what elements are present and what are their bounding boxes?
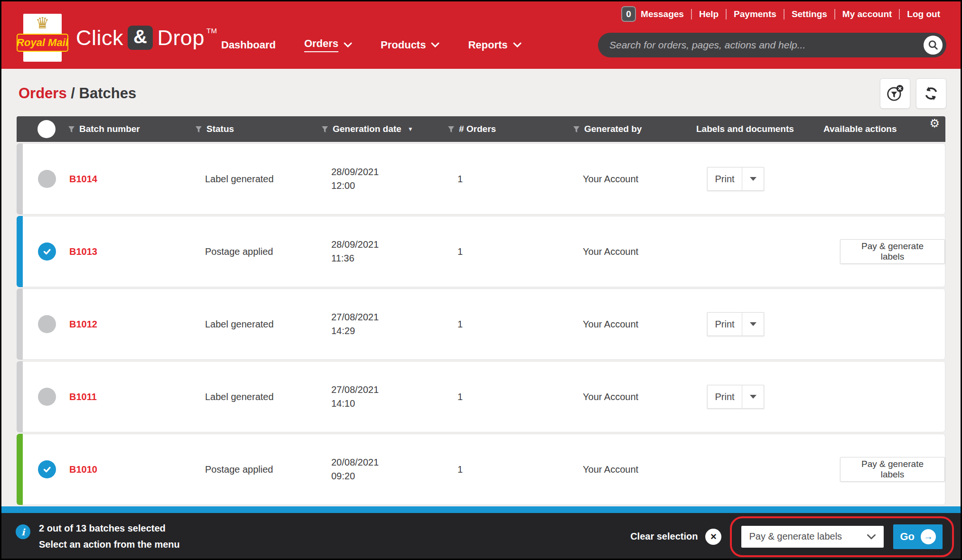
- caret-down-icon: [750, 177, 757, 181]
- brand-logo[interactable]: ♛ Royal Mail Click & Drop TM: [19, 14, 217, 62]
- sort-desc-icon[interactable]: ▼: [408, 126, 413, 132]
- check-icon: [42, 246, 52, 257]
- generated-by: Your Account: [573, 392, 697, 402]
- selection-actions: Clear selection × Pay & generate labels …: [630, 516, 954, 557]
- breadcrumb-separator: /: [67, 85, 79, 102]
- filter-clear-icon: [886, 84, 904, 103]
- clear-selection-icon[interactable]: ×: [705, 529, 721, 545]
- batch-number-link[interactable]: B1010: [68, 464, 196, 475]
- annotation-highlight-outline: Pay & generate labels Go →: [730, 516, 954, 557]
- batch-status: Postage applied: [196, 246, 322, 257]
- row-checkbox-checked[interactable]: [38, 460, 56, 478]
- page-title: Batches: [79, 85, 137, 102]
- print-button[interactable]: Print: [707, 312, 742, 336]
- row-checkbox-unchecked[interactable]: [38, 388, 56, 406]
- print-split-button: Print: [707, 167, 764, 191]
- row-accent-bar: [17, 434, 23, 505]
- click-and-drop-wordmark: Click & Drop TM: [76, 26, 217, 50]
- filter-icon[interactable]: [321, 126, 328, 133]
- utility-help[interactable]: Help: [692, 8, 726, 20]
- selection-bar-accent: [1, 506, 961, 513]
- chevron-down-icon: [513, 42, 522, 47]
- action-select[interactable]: Pay & generate labels: [741, 526, 884, 548]
- print-dropdown-button[interactable]: [742, 167, 764, 191]
- generated-by: Your Account: [573, 319, 697, 330]
- row-checkbox-unchecked[interactable]: [38, 170, 56, 188]
- filter-icon[interactable]: [68, 126, 75, 133]
- messages-count-badge[interactable]: 0: [621, 6, 636, 22]
- column-orders: # Orders: [448, 124, 573, 134]
- print-dropdown-button[interactable]: [742, 312, 764, 336]
- row-accent-bar: [17, 361, 23, 432]
- batch-number-link[interactable]: B1014: [68, 174, 196, 185]
- nav-products[interactable]: Products: [381, 37, 439, 52]
- clear-filters-button[interactable]: [880, 78, 910, 109]
- generated-by: Your Account: [573, 246, 697, 257]
- filter-icon[interactable]: [573, 126, 580, 133]
- labels-cell: Print: [697, 312, 824, 336]
- arrow-right-icon: →: [921, 529, 936, 544]
- select-all-checkbox[interactable]: [37, 120, 56, 138]
- go-button[interactable]: Go →: [893, 524, 943, 549]
- nav-dashboard[interactable]: Dashboard: [221, 37, 276, 52]
- utility-log-out[interactable]: Log out: [900, 8, 947, 20]
- batch-status: Label generated: [196, 319, 322, 330]
- utility-settings[interactable]: Settings: [785, 8, 834, 20]
- orders-count: 1: [448, 246, 573, 257]
- batch-number-link[interactable]: B1013: [68, 246, 196, 257]
- utility-messages[interactable]: Messages: [641, 8, 691, 20]
- orders-count: 1: [448, 392, 573, 402]
- global-search: [598, 33, 946, 57]
- actions-cell: Pay & generate labels: [824, 457, 945, 482]
- pay-generate-labels-button[interactable]: Pay & generate labels: [840, 239, 945, 264]
- nav-orders[interactable]: Orders: [304, 37, 352, 52]
- utility-my-account[interactable]: My account: [835, 8, 899, 20]
- batch-status: Postage applied: [196, 464, 322, 475]
- print-split-button: Print: [707, 385, 764, 409]
- row-accent-bar: [17, 143, 23, 215]
- orders-count: 1: [448, 174, 573, 185]
- search-input[interactable]: [609, 39, 924, 51]
- orders-count: 1: [448, 464, 573, 475]
- orders-count: 1: [448, 319, 573, 330]
- wordmark-ampersand: &: [128, 26, 153, 50]
- refresh-button[interactable]: [916, 78, 946, 109]
- row-checkbox-unchecked[interactable]: [38, 315, 56, 333]
- breadcrumb-orders-link[interactable]: Orders: [19, 85, 67, 102]
- page-tools: [880, 78, 946, 109]
- print-dropdown-button[interactable]: [742, 385, 764, 409]
- pay-generate-labels-button[interactable]: Pay & generate labels: [840, 457, 945, 482]
- print-split-button: Print: [707, 312, 764, 336]
- row-accent-bar: [17, 216, 23, 287]
- wordmark-click: Click: [76, 26, 123, 50]
- caret-down-icon: [750, 322, 757, 326]
- batch-number-link[interactable]: B1011: [68, 392, 196, 402]
- header-select-all: [17, 120, 68, 138]
- row-checkbox-checked[interactable]: [38, 243, 56, 261]
- chevron-down-icon: [344, 42, 352, 47]
- print-button[interactable]: Print: [707, 385, 742, 409]
- batches-table: Batch number Status Generation date ▼ # …: [17, 116, 945, 505]
- table-row: B1012 Label generated 27/08/2021 14:29 1…: [17, 289, 945, 360]
- breadcrumb: Orders / Batches: [19, 85, 136, 102]
- refresh-icon: [922, 84, 940, 103]
- app-header: 0 Messages Help Payments Settings My acc…: [1, 1, 961, 69]
- royal-mail-logo: ♛ Royal Mail: [19, 14, 65, 62]
- trademark-mark: TM: [206, 27, 217, 35]
- nav-reports[interactable]: Reports: [468, 37, 521, 52]
- table-settings-gear-icon[interactable]: ⚙: [929, 118, 940, 129]
- row-accent-bar: [17, 289, 23, 360]
- clear-selection-link[interactable]: Clear selection: [630, 531, 698, 542]
- print-button[interactable]: Print: [707, 167, 742, 191]
- main-nav: Dashboard Orders Products Reports: [221, 37, 522, 52]
- filter-icon[interactable]: [195, 126, 202, 133]
- utility-payments[interactable]: Payments: [727, 8, 784, 20]
- filter-icon[interactable]: [448, 126, 455, 133]
- caret-down-icon: [750, 395, 757, 399]
- royal-mail-banner: Royal Mail: [17, 34, 68, 52]
- page-bar: Orders / Batches: [1, 69, 961, 116]
- utility-nav: 0 Messages Help Payments Settings My acc…: [621, 6, 947, 22]
- batch-number-link[interactable]: B1012: [68, 319, 196, 330]
- check-icon: [42, 464, 52, 475]
- search-button[interactable]: [924, 36, 943, 55]
